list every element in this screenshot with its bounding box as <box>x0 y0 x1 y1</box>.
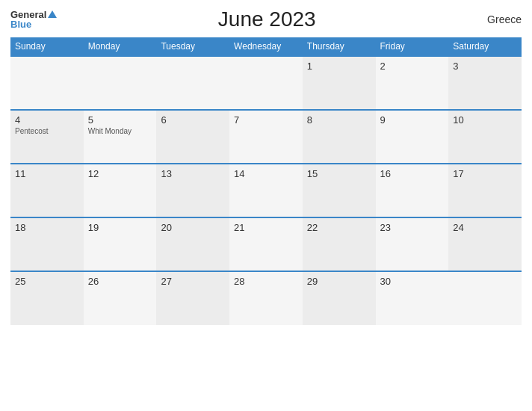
calendar-cell: 7 <box>229 110 303 164</box>
day-number: 28 <box>234 276 298 287</box>
calendar-header-wednesday: Wednesday <box>229 37 303 56</box>
calendar-cell: 4Pentecost <box>10 110 84 164</box>
calendar-header-sunday: Sunday <box>10 37 84 56</box>
day-number: 26 <box>88 276 152 287</box>
calendar-week-row: 11121314151617 <box>10 164 522 217</box>
calendar-cell: 11 <box>10 164 84 217</box>
calendar-cell: 15 <box>303 164 376 217</box>
calendar-cell: 22 <box>303 217 376 271</box>
day-number: 20 <box>161 222 225 233</box>
header: General Blue June 2023 Greece <box>10 7 522 31</box>
day-number: 22 <box>307 222 371 233</box>
calendar-cell: 9 <box>376 110 449 164</box>
calendar-cell: 19 <box>84 217 157 271</box>
calendar-header-row: SundayMondayTuesdayWednesdayThursdayFrid… <box>10 37 522 56</box>
calendar-cell: 8 <box>303 110 376 164</box>
calendar-cell: 1 <box>303 56 376 110</box>
calendar-header-saturday: Saturday <box>448 37 522 56</box>
calendar-cell: 29 <box>303 271 376 325</box>
calendar-cell: 2 <box>376 56 449 110</box>
day-number: 25 <box>15 276 79 287</box>
day-number: 16 <box>380 168 445 179</box>
calendar-header-tuesday: Tuesday <box>156 37 229 56</box>
calendar-table: SundayMondayTuesdayWednesdayThursdayFrid… <box>10 37 522 325</box>
day-number: 11 <box>15 168 79 179</box>
calendar-cell: 17 <box>448 164 522 217</box>
day-number: 19 <box>88 222 152 233</box>
calendar-header-friday: Friday <box>376 37 449 56</box>
calendar-cell: 16 <box>376 164 449 217</box>
day-number: 1 <box>307 61 371 72</box>
day-number: 23 <box>380 222 445 233</box>
day-number: 13 <box>161 168 225 179</box>
day-number: 3 <box>453 61 517 72</box>
day-number: 21 <box>234 222 298 233</box>
calendar-cell <box>229 56 303 110</box>
day-number: 15 <box>307 168 371 179</box>
day-number: 9 <box>380 114 445 126</box>
calendar-cell <box>84 56 157 110</box>
holiday-label: Whit Monday <box>88 127 152 135</box>
day-number: 4 <box>15 114 79 126</box>
calendar-cell <box>156 56 229 110</box>
day-number: 7 <box>234 114 298 126</box>
calendar-week-row: 252627282930 <box>10 271 522 325</box>
day-number: 18 <box>15 222 79 233</box>
calendar-cell: 28 <box>229 271 303 325</box>
day-number: 29 <box>307 276 371 287</box>
page-title: June 2023 <box>57 7 477 31</box>
day-number: 27 <box>161 276 225 287</box>
country-label: Greece <box>477 13 522 25</box>
holiday-label: Pentecost <box>15 127 79 135</box>
logo-blue-text: Blue <box>10 19 57 29</box>
calendar-cell: 12 <box>84 164 157 217</box>
calendar-cell: 13 <box>156 164 229 217</box>
calendar-cell: 18 <box>10 217 84 271</box>
day-number: 8 <box>307 114 371 126</box>
logo-triangle-icon <box>48 10 57 18</box>
calendar-page: General Blue June 2023 Greece SundayMond… <box>0 0 532 411</box>
calendar-cell <box>448 271 522 325</box>
calendar-cell: 6 <box>156 110 229 164</box>
calendar-week-row: 18192021222324 <box>10 217 522 271</box>
calendar-cell: 20 <box>156 217 229 271</box>
day-number: 12 <box>88 168 152 179</box>
calendar-cell: 24 <box>448 217 522 271</box>
calendar-cell: 5Whit Monday <box>84 110 157 164</box>
calendar-cell: 21 <box>229 217 303 271</box>
logo: General Blue <box>10 10 57 29</box>
day-number: 24 <box>453 222 517 233</box>
calendar-cell: 3 <box>448 56 522 110</box>
day-number: 14 <box>234 168 298 179</box>
day-number: 17 <box>453 168 517 179</box>
calendar-cell: 10 <box>448 110 522 164</box>
calendar-cell: 23 <box>376 217 449 271</box>
calendar-cell: 27 <box>156 271 229 325</box>
calendar-week-row: 123 <box>10 56 522 110</box>
day-number: 5 <box>88 114 152 126</box>
day-number: 30 <box>380 276 445 287</box>
day-number: 2 <box>380 61 445 72</box>
calendar-week-row: 4Pentecost5Whit Monday678910 <box>10 110 522 164</box>
calendar-cell: 30 <box>376 271 449 325</box>
calendar-cell <box>10 56 84 110</box>
calendar-cell: 14 <box>229 164 303 217</box>
calendar-cell: 26 <box>84 271 157 325</box>
day-number: 6 <box>161 114 225 126</box>
calendar-cell: 25 <box>10 271 84 325</box>
day-number: 10 <box>453 114 517 126</box>
calendar-header-thursday: Thursday <box>303 37 376 56</box>
calendar-header-monday: Monday <box>84 37 157 56</box>
